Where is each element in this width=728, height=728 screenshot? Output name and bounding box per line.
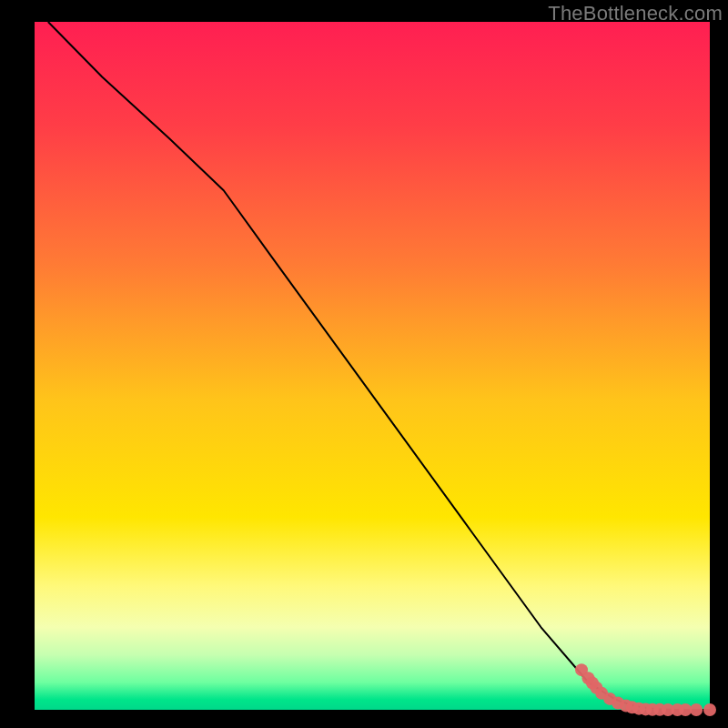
- watermark-text: TheBottleneck.com: [548, 2, 723, 25]
- chart-marker: [690, 703, 703, 716]
- chart-svg: [0, 0, 728, 728]
- chart-marker: [703, 703, 716, 716]
- chart-plot-area: [35, 22, 710, 710]
- chart-container: [0, 0, 728, 728]
